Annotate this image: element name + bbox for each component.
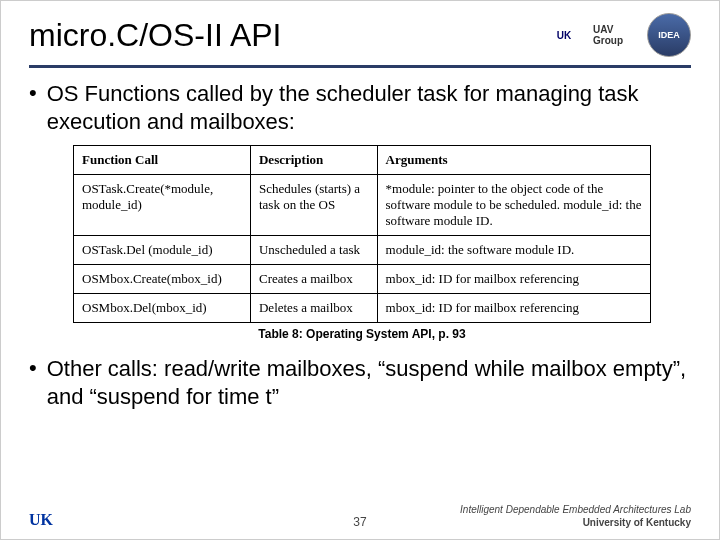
cell-args: mbox_id: ID for mailbox referencing: [377, 294, 650, 323]
table-row: OSTask.Del (module_id) Unscheduled a tas…: [74, 236, 651, 265]
cell-args: mbox_id: ID for mailbox referencing: [377, 265, 650, 294]
col-arguments: Arguments: [377, 146, 650, 175]
cell-args: *module: pointer to the object code of t…: [377, 175, 650, 236]
header-divider: [29, 65, 691, 68]
col-function: Function Call: [74, 146, 251, 175]
slide-footer: UK 37 Intelligent Dependable Embedded Ar…: [1, 503, 719, 529]
cell-desc: Deletes a mailbox: [250, 294, 377, 323]
cell-args: module_id: the software module ID.: [377, 236, 650, 265]
col-description: Description: [250, 146, 377, 175]
idea-logo-icon: IDEA: [647, 13, 691, 57]
uk-logo-icon: UK: [539, 16, 589, 54]
table-header-row: Function Call Description Arguments: [74, 146, 651, 175]
table-row: OSMbox.Create(mbox_id) Creates a mailbox…: [74, 265, 651, 294]
footer-credit: Intelligent Dependable Embedded Architec…: [460, 503, 691, 529]
logo-group: UK UAV Group IDEA: [539, 13, 691, 57]
page-number: 37: [353, 515, 366, 529]
cell-desc: Creates a mailbox: [250, 265, 377, 294]
footer-lab: Intelligent Dependable Embedded Architec…: [460, 503, 691, 516]
cell-func: OSTask.Del (module_id): [74, 236, 251, 265]
bullet-text: Other calls: read/write mailboxes, “susp…: [47, 355, 691, 410]
api-table: Function Call Description Arguments OSTa…: [73, 145, 651, 323]
uav-logo-icon: UAV Group: [593, 16, 643, 54]
slide-content: OS Functions called by the scheduler tas…: [1, 80, 719, 410]
footer-university: University of Kentucky: [460, 516, 691, 529]
table-row: OSMbox.Del(mbox_id) Deletes a mailbox mb…: [74, 294, 651, 323]
cell-func: OSMbox.Create(mbox_id): [74, 265, 251, 294]
bullet-item: OS Functions called by the scheduler tas…: [29, 80, 691, 135]
cell-func: OSMbox.Del(mbox_id): [74, 294, 251, 323]
bullet-item: Other calls: read/write mailboxes, “susp…: [29, 355, 691, 410]
cell-desc: Schedules (starts) a task on the OS: [250, 175, 377, 236]
bullet-text: OS Functions called by the scheduler tas…: [47, 80, 691, 135]
api-table-wrap: Function Call Description Arguments OSTa…: [29, 143, 691, 355]
table-caption: Table 8: Operating System API, p. 93: [73, 327, 651, 341]
page-title: micro.C/OS-II API: [29, 17, 281, 54]
table-row: OSTask.Create(*module, module_id) Schedu…: [74, 175, 651, 236]
cell-desc: Unscheduled a task: [250, 236, 377, 265]
footer-logo-icon: UK: [29, 511, 53, 529]
cell-func: OSTask.Create(*module, module_id): [74, 175, 251, 236]
slide-header: micro.C/OS-II API UK UAV Group IDEA: [1, 1, 719, 59]
